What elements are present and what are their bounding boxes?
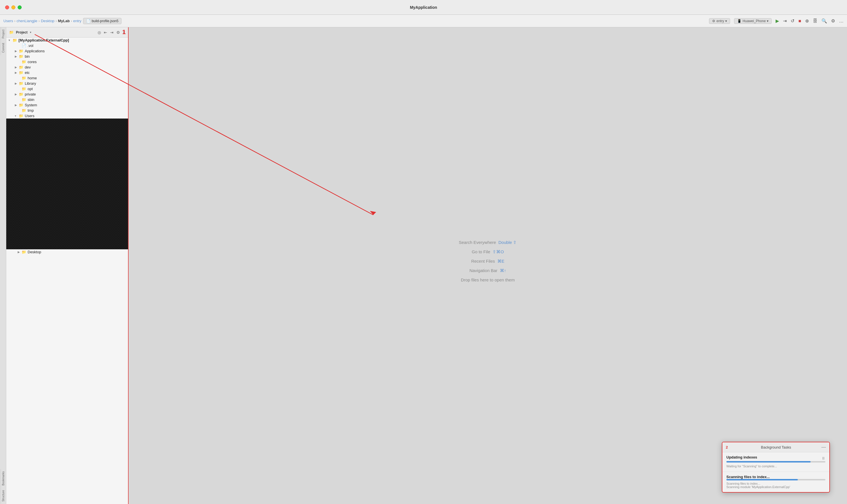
device-caret: ▾ [767, 19, 768, 23]
annotation-badge-1: 1 [122, 29, 126, 36]
task1-status: Waiting for "Scanning" to complete... [726, 465, 777, 468]
settings-icon[interactable]: ⚙ [116, 30, 120, 35]
list-item[interactable]: ▶ 📁 Library [6, 81, 128, 86]
task2-progress-fill [726, 479, 798, 481]
hint-se-label: Search Everywhere [459, 240, 496, 245]
list-item[interactable]: 📄 .vol [6, 43, 128, 48]
device-icon: 📱 [737, 19, 741, 23]
hint-recent-files: Recent Files ⌘E [459, 256, 517, 266]
side-label-project[interactable]: Project [1, 27, 6, 41]
side-label-structure[interactable]: Structure [1, 488, 6, 504]
more-icon[interactable]: … [839, 18, 844, 23]
hint-nb-key: ⌘↑ [500, 268, 506, 273]
device-selector[interactable]: 📱 Huawei_Phone ▾ [734, 18, 772, 24]
hint-gf-key: ⇧⌘O [492, 249, 504, 254]
minimize-button[interactable] [11, 5, 15, 10]
bg-tasks-header: 2 Background Tasks — [722, 442, 829, 452]
database-button[interactable]: 🗄 [813, 18, 817, 23]
device-label: Huawei_Phone [743, 19, 766, 23]
scroll-to-icon[interactable]: ◎ [98, 30, 101, 35]
side-label-bookmarks[interactable]: Bookmarks [1, 469, 6, 488]
hint-drop-files: Drop files here to open them [459, 275, 517, 285]
side-label-commit[interactable]: Commit [1, 41, 6, 55]
file-content [6, 119, 128, 249]
task2-name: Scanning files to index... [726, 475, 770, 479]
window-title: MyApplication [410, 5, 437, 10]
pause-button-1[interactable]: ⏸ [822, 456, 825, 461]
bg-task-updating-indexes: Updating indexes ⏸ Waiting for "Scanning… [722, 452, 829, 472]
hint-search-everywhere: Search Everywhere Double ⇧ [459, 238, 517, 247]
root-folder-icon: 📁 [13, 38, 17, 42]
file-preview-area [6, 119, 128, 249]
list-item[interactable]: ▶ 📁 bin [6, 54, 128, 59]
traffic-lights [5, 5, 22, 10]
collapse-all-icon[interactable]: ⇤ [104, 30, 107, 35]
background-tasks-panel: 2 Background Tasks — Updating indexes ⏸ … [722, 442, 830, 493]
breadcrumb-desktop[interactable]: Desktop [41, 19, 55, 23]
tree-item-users[interactable]: ▾ 📁 Users [6, 113, 128, 119]
task2-progress-bar [726, 479, 825, 481]
list-item[interactable]: 📁 sbin [6, 97, 128, 102]
breadcrumb-users[interactable]: Users [3, 19, 13, 23]
hint-nb-label: Navigation Bar [469, 268, 497, 273]
applications-label: Applications [25, 49, 45, 53]
maximize-button[interactable] [18, 5, 22, 10]
target-caret: ▾ [725, 19, 727, 23]
close-button[interactable] [5, 5, 9, 10]
task2-status-line1: Scanning files to index... [726, 482, 825, 485]
main-layout: Project Commit Bookmarks Structure 📁 Pro… [0, 27, 847, 504]
nav-right-icons: ⚙ entry ▾ 📱 Huawei_Phone ▾ ▶ ⇥ ↺ ■ ⊕ 🗄 🔍… [709, 18, 844, 24]
bg-tasks-title: Background Tasks [731, 445, 822, 449]
sidebar-header: 📁 Project ▾ ◎ ⇤ ⇥ ⚙ × [6, 27, 128, 37]
list-item[interactable]: 📁 home [6, 75, 128, 81]
side-labels: Project Commit Bookmarks Structure [0, 27, 6, 504]
bg-task-scanning: Scanning files to index... Scanning file… [722, 472, 829, 492]
title-bar: MyApplication [0, 0, 847, 15]
list-item[interactable]: ▶ 📁 etc [6, 70, 128, 75]
project-sidebar: 📁 Project ▾ ◎ ⇤ ⇥ ⚙ × 1 ▾ 📁 [MyApplicati… [6, 27, 128, 504]
tree-item-desktop[interactable]: ▶ 📁 Desktop [6, 249, 128, 255]
nav-bar: Users › chenLiangjie › Desktop › MyLab ›… [0, 15, 847, 27]
svg-marker-1 [370, 211, 376, 215]
task1-name: Updating indexes [726, 455, 757, 460]
run-button[interactable]: ▶ [776, 18, 779, 23]
coverage-button[interactable]: ⊕ [805, 18, 809, 23]
sidebar-header-icons: ◎ ⇤ ⇥ ⚙ × [98, 30, 125, 35]
gear-icon[interactable]: ⚙ [831, 18, 835, 23]
tree-root[interactable]: ▾ 📁 [MyApplication.ExternalCpp] [6, 37, 128, 43]
search-icon[interactable]: 🔍 [822, 18, 827, 23]
task2-status-line2: Scanning module 'MyApplication.ExternalC… [726, 485, 825, 489]
sidebar-folder-icon: 📁 [9, 30, 14, 34]
minimize-bg-tasks-button[interactable]: — [822, 445, 826, 450]
breadcrumb-entry[interactable]: entry [73, 19, 81, 23]
list-item[interactable]: ▶ 📁 System [6, 102, 128, 108]
hint-gf-label: Go to File [472, 249, 490, 254]
sidebar-title: Project [16, 31, 28, 34]
hint-goto-file: Go to File ⇧⌘O [459, 247, 517, 256]
stop-button[interactable]: ■ [798, 18, 801, 23]
hint-nav-bar: Navigation Bar ⌘↑ [459, 266, 517, 275]
file-tab[interactable]: 📄 build-profile.json5 [83, 18, 121, 24]
root-caret: ▾ [8, 39, 13, 42]
bg-tasks-badge: 2 [726, 445, 728, 449]
reload-button[interactable]: ↺ [791, 18, 794, 23]
list-item[interactable]: 📁 tmp [6, 108, 128, 113]
target-label: entry [716, 19, 724, 23]
list-item[interactable]: 📁 cores [6, 59, 128, 65]
list-item[interactable]: ▶ 📁 private [6, 92, 128, 97]
breadcrumb-chenliangjie[interactable]: chenLiangjie [17, 19, 37, 23]
list-item[interactable]: ▶ 📁 dev [6, 65, 128, 70]
editor-hints: Search Everywhere Double ⇧ Go to File ⇧⌘… [459, 238, 517, 285]
run-target-selector[interactable]: ⚙ entry ▾ [709, 18, 730, 24]
sidebar-tree: ▾ 📁 [MyApplication.ExternalCpp] 📄 .vol ▶… [6, 37, 128, 504]
expand-all-icon[interactable]: ⇥ [110, 30, 114, 35]
breadcrumb: Users › chenLiangjie › Desktop › MyLab ›… [3, 19, 81, 23]
step-over-button[interactable]: ⇥ [783, 18, 787, 23]
tree-item-applications[interactable]: ▶ 📁 Applications [6, 48, 128, 54]
list-item[interactable]: 📁 opt [6, 86, 128, 92]
main-editor: Search Everywhere Double ⇧ Go to File ⇧⌘… [128, 27, 847, 504]
breadcrumb-mylab[interactable]: MyLab [58, 19, 70, 23]
file-icon: 📄 [86, 19, 90, 23]
task1-progress-fill [726, 461, 811, 463]
sidebar-dropdown-icon[interactable]: ▾ [30, 31, 31, 34]
